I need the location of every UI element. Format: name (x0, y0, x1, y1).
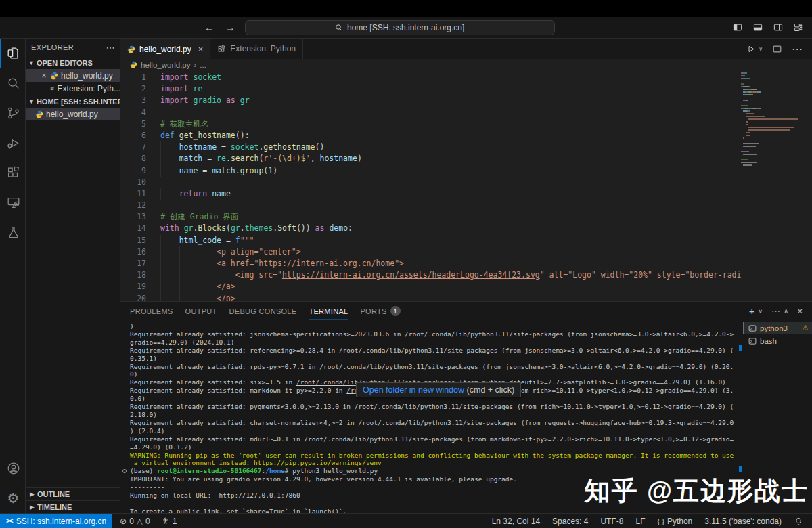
tab-hello-world[interactable]: hello_world.py × (120, 39, 210, 59)
editor-more-icon[interactable]: ⋯ (792, 43, 803, 56)
tab-ports[interactable]: PORTS1 (360, 302, 400, 320)
indent-guide (160, 281, 179, 292)
minimap-line (741, 72, 806, 74)
run-dropdown-icon[interactable]: ∨ (759, 46, 763, 52)
remote-explorer-icon[interactable] (0, 188, 25, 217)
back-icon[interactable]: ← (204, 22, 215, 33)
code-token: gethostname (263, 141, 315, 153)
run-python-file-icon[interactable] (746, 44, 756, 54)
close-icon[interactable]: × (41, 71, 47, 81)
outline-section[interactable]: ▶ OUTLINE (26, 487, 120, 500)
testing-icon[interactable] (0, 217, 25, 247)
sidebar-more-icon[interactable]: ⋯ (106, 43, 115, 53)
terminal-text: Requirement already satisfied: mdurl~=0.… (130, 435, 734, 443)
terminal-text: 0.35.1) (130, 355, 157, 362)
new-terminal-icon[interactable]: + (749, 305, 755, 317)
problems-status[interactable]: ⊘0 △0 (116, 514, 154, 528)
code-token: group (240, 165, 264, 177)
maximize-panel-icon[interactable]: ∧ (784, 307, 788, 315)
tooltip-link[interactable]: Open folder in new window (363, 385, 464, 395)
encoding[interactable]: UTF-8 (597, 514, 627, 528)
extensions-icon[interactable] (0, 158, 25, 188)
terminal-link[interactable]: /root/.conda/lib/python3.11/site-package… (355, 403, 514, 410)
python-icon (50, 72, 58, 80)
indent-guide (160, 153, 179, 164)
file-hello-world[interactable]: hello_world.py (26, 108, 120, 120)
terminal-row: ) (120, 322, 743, 330)
terminal-text: 0) (130, 370, 137, 378)
customize-layout-icon[interactable] (793, 22, 804, 32)
minimap-segment (753, 118, 778, 120)
chevron-right-icon: ▶ (30, 491, 35, 498)
code-token: f (235, 235, 240, 246)
minimap-line (741, 159, 806, 160)
code-token: ()) (296, 223, 315, 234)
indent-guide (160, 165, 179, 177)
open-editor-extension[interactable]: Extension: Pyth... (26, 82, 120, 95)
tab-terminal[interactable]: TERMINAL (309, 302, 348, 320)
minimap-line (741, 156, 806, 158)
terminal-row: Requirement already satisfied: rpds-py>=… (120, 363, 743, 371)
open-editors-section[interactable]: ▼ OPEN EDITORS (26, 56, 120, 69)
explorer-icon[interactable] (0, 39, 25, 68)
indentation[interactable]: Spaces: 4 (549, 514, 591, 528)
code-token: name (212, 188, 231, 200)
command-center-search[interactable]: home [SSH: ssh.intern-ai.org.cn] (245, 20, 555, 35)
notifications-bell[interactable] (790, 514, 807, 528)
breadcrumb-file[interactable]: hello_world.py (141, 61, 191, 69)
tab-extension-python[interactable]: Extension: Python (210, 39, 303, 59)
code-editor[interactable]: 1import socket2import re3import gradio a… (120, 70, 812, 301)
folder-section-header[interactable]: ▼ HOME [SSH: SSH.INTER... (26, 95, 120, 108)
terminal-dropdown-icon[interactable]: ∨ (758, 308, 763, 315)
cursor-position[interactable]: Ln 32, Col 14 (489, 514, 543, 528)
settings-gear-icon[interactable]: ⚙ (0, 483, 25, 513)
minimap-line (741, 94, 806, 95)
timeline-section[interactable]: ▶ TIMELINE (26, 500, 120, 513)
eol[interactable]: LF (632, 514, 648, 528)
sidebar-title: EXPLORER (31, 43, 74, 51)
tab-output[interactable]: OUTPUT (185, 302, 217, 320)
toggle-panel-icon[interactable] (752, 22, 763, 32)
chevron-down-icon: ▼ (28, 60, 35, 66)
forward-icon[interactable]: → (225, 22, 235, 33)
indent-guide (198, 281, 217, 292)
open-editor-label: Extension: Pyth... (58, 84, 120, 93)
remote-indicator[interactable]: >< SSH: ssh.intern-ai.org.cn (0, 514, 112, 528)
toggle-sidebar-icon[interactable] (732, 22, 743, 32)
close-panel-icon[interactable]: × (797, 306, 803, 316)
python-icon (130, 61, 137, 68)
code-token: . (273, 223, 277, 234)
minimap[interactable] (741, 72, 806, 167)
minimap-segment (741, 151, 749, 152)
close-icon[interactable]: × (198, 44, 204, 54)
language-mode[interactable]: { }Python (654, 514, 696, 528)
source-control-icon[interactable] (0, 98, 25, 128)
breadcrumb[interactable]: hello_world.py › ... (120, 59, 812, 70)
minimap-segment (746, 121, 748, 123)
toggle-secondary-sidebar-icon[interactable] (773, 22, 784, 32)
python-interpreter[interactable]: 3.11.5 ('base': conda) (701, 514, 785, 528)
split-editor-icon[interactable] (772, 44, 782, 54)
breadcrumb-more[interactable]: ... (200, 61, 206, 69)
panel-more-icon[interactable]: ⋯ (771, 306, 780, 316)
open-editor-hello-world[interactable]: × hello_world.py (26, 69, 120, 82)
minimap-line (741, 151, 806, 152)
terminal-item-python3[interactable]: python3 ⚠ (743, 322, 812, 334)
code-line: 19</a> (120, 281, 812, 292)
code-token: 1 (268, 165, 273, 177)
account-icon[interactable] (0, 454, 25, 483)
terminal-text: Requirement already satisfied: rpds-py>=… (130, 363, 734, 370)
terminal-item-bash[interactable]: bash (743, 334, 812, 347)
minimap-line (741, 118, 806, 120)
code-token: with (160, 223, 184, 234)
run-debug-icon[interactable] (0, 128, 25, 158)
terminal-text: /home (265, 467, 285, 475)
tab-debug-console[interactable]: DEBUG CONSOLE (229, 302, 297, 320)
code-line: 12 (120, 200, 812, 211)
minimap-segment (741, 105, 748, 106)
code-token: gr (231, 223, 240, 234)
search-sidebar-icon[interactable] (0, 68, 25, 98)
forwarded-ports-status[interactable]: 1 (158, 514, 181, 528)
code-token: = (217, 141, 231, 153)
tab-problems[interactable]: PROBLEMS (130, 302, 173, 320)
